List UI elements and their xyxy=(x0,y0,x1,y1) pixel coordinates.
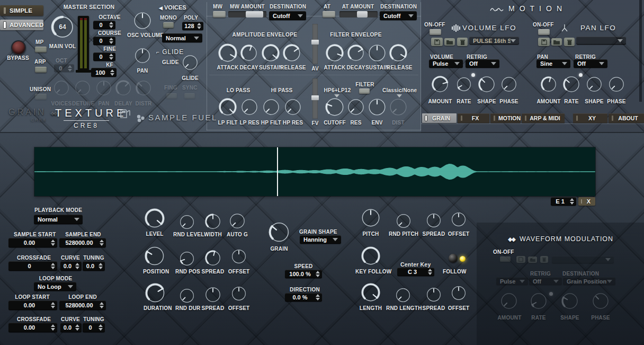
at-destination-dropdown[interactable]: Cutoff xyxy=(380,11,417,20)
crossfade2-arrows[interactable] xyxy=(50,324,55,331)
auto-g-knob[interactable] xyxy=(229,213,246,229)
vol-lfo-wave-dropdown[interactable]: Pulse xyxy=(429,59,463,68)
wfm-destination-dropdown[interactable]: Grain Position xyxy=(563,277,615,285)
wfm-onoff-toggle[interactable] xyxy=(500,256,511,262)
sync-toggle[interactable] xyxy=(184,93,195,99)
mono-toggle[interactable] xyxy=(163,22,174,28)
pan-lfo-phase-knob[interactable] xyxy=(608,76,625,93)
amp-release-knob[interactable] xyxy=(282,43,301,63)
octave-arrows[interactable] xyxy=(109,22,113,28)
at-amount-handle[interactable] xyxy=(357,11,368,17)
wfm-wave-dropdown[interactable]: Pulse xyxy=(496,277,528,285)
poly-stepper[interactable]: 128 xyxy=(182,22,203,30)
kf-arrows[interactable] xyxy=(110,69,114,76)
filter-style-dropdown[interactable]: Classic/None xyxy=(382,87,416,93)
mw-toggle[interactable] xyxy=(213,11,226,17)
simple-button[interactable]: SIMPLE xyxy=(0,5,43,16)
curve1-arrows[interactable] xyxy=(75,263,79,269)
save-button[interactable] xyxy=(431,38,443,46)
dist-knob[interactable] xyxy=(389,98,408,117)
crossfade2-stepper[interactable]: 0.00 xyxy=(8,323,57,332)
curve2-stepper[interactable]: 0.0 xyxy=(60,323,82,332)
curve2-arrows[interactable] xyxy=(75,324,79,331)
spread-length-knob[interactable] xyxy=(426,287,442,303)
trash-button[interactable] xyxy=(540,256,548,263)
pitch-knob[interactable] xyxy=(361,208,381,228)
wfm-retrig-dropdown[interactable]: Off xyxy=(529,277,562,285)
tab-grain[interactable]: GRAIN xyxy=(422,113,457,123)
mw-destination-dropdown[interactable]: Cutoff xyxy=(269,11,306,20)
offset-pitch-knob[interactable] xyxy=(451,211,467,227)
trash-button[interactable] xyxy=(457,38,468,46)
tuning1-stepper[interactable]: 0.0 xyxy=(83,261,105,271)
length-knob[interactable] xyxy=(361,282,381,303)
crossfade1-arrows[interactable] xyxy=(50,263,55,269)
offset-pos-knob[interactable] xyxy=(231,249,247,264)
wfm-amount-knob[interactable] xyxy=(500,292,518,310)
speed-arrows[interactable] xyxy=(315,271,320,277)
spread-dur-knob[interactable] xyxy=(204,286,221,303)
amp-attack-knob[interactable] xyxy=(218,43,238,63)
spread-pitch-knob[interactable] xyxy=(426,213,442,228)
vol-lfo-shape-knob[interactable] xyxy=(478,75,496,93)
loop-start-stepper[interactable]: 0.00 xyxy=(8,300,57,310)
direction-arrows[interactable] xyxy=(315,294,320,300)
offset-length-knob[interactable] xyxy=(451,285,467,301)
fv-slider[interactable] xyxy=(312,78,318,119)
av-slider-handle[interactable] xyxy=(311,40,319,45)
tab-motion[interactable]: MOTION xyxy=(490,113,521,123)
hp-res-knob[interactable] xyxy=(284,98,302,116)
tab-xy[interactable]: XY xyxy=(573,113,607,123)
pan-lfo-amount-knob[interactable] xyxy=(540,76,557,93)
save-button[interactable] xyxy=(516,256,525,263)
filter-mode-dropdown[interactable]: HP6+LP12 xyxy=(322,87,353,93)
lp-res-knob[interactable] xyxy=(240,98,258,116)
tuning2-stepper[interactable]: 0 xyxy=(83,323,105,332)
sample-start-arrows[interactable] xyxy=(50,240,55,246)
fing-toggle[interactable] xyxy=(166,93,177,99)
poly-arrows[interactable] xyxy=(196,23,201,29)
key-follow-knob[interactable] xyxy=(361,246,381,266)
load-folder-button[interactable] xyxy=(444,38,455,46)
course-arrows[interactable] xyxy=(109,38,113,44)
loop-end-stepper[interactable]: 528000.00 xyxy=(59,300,106,310)
arp-toggle[interactable] xyxy=(35,67,47,73)
trash-button[interactable] xyxy=(564,38,575,46)
crossfade1-stepper[interactable]: 0 xyxy=(8,261,57,271)
vol-lfo-onoff-toggle[interactable] xyxy=(430,29,441,35)
playback-mode-dropdown[interactable]: Normal xyxy=(34,215,83,224)
pan-lfo-wave-dropdown[interactable]: Sine xyxy=(536,59,570,68)
width-knob[interactable] xyxy=(204,213,221,230)
fenv-sustain-knob[interactable] xyxy=(368,43,387,63)
speed-stepper[interactable]: 100.0 % xyxy=(285,270,322,278)
at-toggle[interactable] xyxy=(323,11,335,17)
duration-knob[interactable] xyxy=(145,282,166,304)
level-knob[interactable] xyxy=(144,208,165,229)
waveform-display[interactable] xyxy=(34,147,595,196)
unison-detune-knob[interactable] xyxy=(74,79,91,96)
position-knob[interactable] xyxy=(144,245,165,267)
direction-stepper[interactable]: 0.0 % xyxy=(285,293,322,302)
hp-filt-knob[interactable] xyxy=(262,98,280,116)
kf-stepper[interactable]: 100 xyxy=(91,68,117,77)
sample-end-stepper[interactable]: 528000.00 xyxy=(59,238,106,247)
pan-knob[interactable] xyxy=(134,47,151,64)
unison-pan-knob[interactable] xyxy=(95,79,112,96)
mw-amount-slider[interactable] xyxy=(228,11,266,17)
fv-slider-handle[interactable] xyxy=(311,95,319,100)
filter-toggle[interactable] xyxy=(359,89,370,94)
amp-sustain-knob[interactable] xyxy=(261,43,280,63)
rnd-pos-knob[interactable] xyxy=(179,251,195,267)
pan-lfo-preset-dropdown[interactable] xyxy=(576,37,626,45)
loop-mode-dropdown[interactable]: No Loop xyxy=(34,282,76,291)
vol-lfo-retrig-dropdown[interactable]: Off xyxy=(466,59,499,68)
rnd-level-knob[interactable] xyxy=(179,214,195,230)
load-folder-button[interactable] xyxy=(528,256,537,263)
unison-toggle[interactable] xyxy=(35,94,47,100)
bypass-button[interactable] xyxy=(11,40,26,55)
tab-fx[interactable]: FX xyxy=(458,113,489,123)
loop-start-arrows[interactable] xyxy=(50,302,55,308)
av-slider[interactable] xyxy=(312,24,318,64)
root-note-arrows[interactable] xyxy=(569,198,574,205)
glide-knob[interactable] xyxy=(182,54,199,71)
